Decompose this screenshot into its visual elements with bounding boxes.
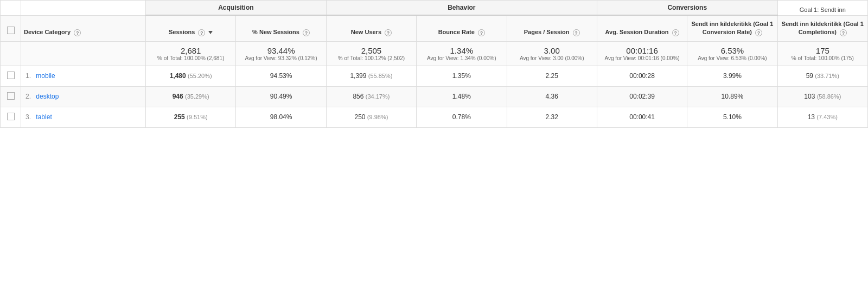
device-link[interactable]: desktop — [36, 93, 59, 100]
summary-bounce-rate: 1.34% Avg for View: 1.34% (0.00%) — [417, 41, 507, 66]
avg-dur-cell: 00:02:39 — [597, 86, 687, 107]
new-users-pct: (55.85%) — [368, 73, 393, 79]
col-header-row: Device Category ? Sessions ? % New Sessi… — [1, 15, 868, 41]
summary-avg-dur: 00:01:16 Avg for View: 00:01:16 (0.00%) — [597, 41, 687, 66]
goal-comp-value: 13 — [808, 113, 815, 121]
row-number: 3. — [25, 113, 31, 121]
pages-session-col-header: Pages / Session ? — [507, 15, 597, 41]
select-all-checkbox[interactable] — [7, 27, 15, 34]
goal-comp-value: 59 — [806, 72, 813, 80]
bounce-rate-value: 1.35% — [452, 72, 471, 80]
sessions-cell: 255 (9.51%) — [146, 107, 236, 127]
device-category-help-icon[interactable]: ? — [74, 29, 81, 36]
bounce-rate-cell: 0.78% — [417, 107, 507, 127]
sessions-pct: (35.29%) — [185, 93, 209, 100]
device-category-col-header: Device Category ? — [21, 15, 146, 41]
summary-goal-comp: 175 % of Total: 100.00% (175) — [777, 41, 867, 66]
pages-value: 4.36 — [546, 93, 558, 100]
new-users-value: 1,399 — [350, 72, 366, 80]
goal-conv-cell: 5.10% — [687, 107, 777, 127]
bounce-rate-cell: 1.35% — [417, 66, 507, 86]
pages-cell: 2.32 — [507, 107, 597, 127]
summary-pages: 3.00 Avg for View: 3.00 (0.00%) — [507, 41, 597, 66]
conversions-group-header: Conversions — [597, 1, 777, 16]
pct-new-cell: 98.04% — [236, 107, 326, 127]
summary-goal-conv: 6.53% Avg for View: 6.53% (0.00%) — [687, 41, 777, 66]
goal-conv-help-icon[interactable]: ? — [755, 29, 762, 36]
row-checkbox[interactable] — [7, 72, 15, 79]
row-checkbox-cell[interactable] — [1, 66, 21, 86]
table-row: 1. mobile 1,480 (55.20%) 94.53% 1,399 (5… — [1, 66, 868, 86]
sessions-pct: (55.20%) — [188, 73, 212, 79]
bounce-rate-value: 1.48% — [452, 93, 471, 100]
sessions-value: 946 — [173, 93, 183, 100]
pct-new-value: 98.04% — [270, 113, 292, 121]
device-category-cell: 1. mobile — [21, 66, 146, 86]
avg-dur-value: 00:00:28 — [629, 72, 655, 80]
sessions-value: 255 — [174, 113, 185, 121]
new-users-value: 250 — [354, 113, 365, 121]
goal-conv-cell: 3.99% — [687, 66, 777, 86]
bounce-rate-col-header: Bounce Rate ? — [417, 15, 507, 41]
bounce-rate-cell: 1.48% — [417, 86, 507, 107]
goal-comp-value: 103 — [804, 93, 815, 100]
summary-row: 2,681 % of Total: 100.00% (2,681) 93.44%… — [1, 41, 868, 66]
summary-checkbox-cell — [1, 41, 21, 66]
summary-label-cell — [21, 41, 146, 66]
new-users-cell: 1,399 (55.85%) — [326, 66, 416, 86]
goal-comp-pct: (7.43%) — [816, 114, 838, 120]
pages-session-help-icon[interactable]: ? — [573, 29, 580, 36]
avg-dur-value: 00:00:41 — [629, 113, 655, 121]
row-checkbox[interactable] — [7, 113, 15, 120]
summary-pct-new: 93.44% Avg for View: 93.32% (0.12%) — [236, 41, 326, 66]
pct-new-value: 94.53% — [270, 72, 292, 80]
pct-new-sessions-help-icon[interactable]: ? — [303, 29, 310, 36]
new-users-col-header: New Users ? — [326, 15, 416, 41]
empty-cell-2 — [21, 1, 146, 16]
goal-comp-cell: 59 (33.71%) — [777, 66, 867, 86]
group-header-row: Acquisition Behavior Conversions Goal 1:… — [1, 1, 868, 16]
pct-new-cell: 94.53% — [236, 66, 326, 86]
summary-sessions: 2,681 % of Total: 100.00% (2,681) — [146, 41, 236, 66]
avg-dur-cell: 00:00:28 — [597, 66, 687, 86]
row-checkbox-cell[interactable] — [1, 86, 21, 107]
avg-dur-value: 00:02:39 — [629, 93, 655, 100]
goal-conv-value: 5.10% — [723, 113, 742, 121]
row-checkbox-cell[interactable] — [1, 107, 21, 127]
sessions-help-icon[interactable]: ? — [198, 29, 205, 36]
goal-conv-value: 3.99% — [723, 72, 742, 80]
goal-comp-cell: 103 (58.86%) — [777, 86, 867, 107]
row-checkbox[interactable] — [7, 92, 15, 100]
pages-value: 2.25 — [546, 72, 558, 80]
row-number: 2. — [25, 93, 31, 100]
new-users-pct: (9.98%) — [367, 114, 388, 120]
goal-tab[interactable]: Goal 1: Sendt inn — [777, 1, 867, 16]
pages-value: 2.32 — [546, 113, 558, 121]
avg-session-help-icon[interactable]: ? — [672, 29, 679, 36]
goal-comp-cell: 13 (7.43%) — [777, 107, 867, 127]
pct-new-value: 90.49% — [270, 93, 292, 100]
checkbox-header[interactable] — [1, 15, 21, 41]
new-users-cell: 856 (34.17%) — [326, 86, 416, 107]
device-category-cell: 2. desktop — [21, 86, 146, 107]
goal-conv-rate-col-header: Sendt inn kildekritikk (Goal 1 Conversio… — [687, 15, 777, 41]
goal-conv-cell: 10.89% — [687, 86, 777, 107]
sessions-sort-icon[interactable] — [208, 31, 213, 34]
analytics-table: Acquisition Behavior Conversions Goal 1:… — [0, 0, 868, 128]
new-users-help-icon[interactable]: ? — [385, 29, 392, 36]
device-link[interactable]: mobile — [36, 72, 55, 80]
goal-comp-pct: (58.86%) — [817, 93, 841, 100]
device-link[interactable]: tablet — [36, 113, 52, 121]
goal-comp-help-icon[interactable]: ? — [840, 29, 847, 36]
pages-cell: 4.36 — [507, 86, 597, 107]
goal-completions-col-header: Sendt inn kildekritikk (Goal 1 Completio… — [777, 15, 867, 41]
sessions-cell: 1,480 (55.20%) — [146, 66, 236, 86]
sessions-cell: 946 (35.29%) — [146, 86, 236, 107]
summary-new-users: 2,505 % of Total: 100.12% (2,502) — [326, 41, 416, 66]
bounce-rate-value: 0.78% — [452, 113, 471, 121]
sessions-value: 1,480 — [170, 72, 186, 80]
new-users-cell: 250 (9.98%) — [326, 107, 416, 127]
pct-new-cell: 90.49% — [236, 86, 326, 107]
sessions-col-header[interactable]: Sessions ? — [146, 15, 236, 41]
bounce-rate-help-icon[interactable]: ? — [478, 29, 485, 36]
